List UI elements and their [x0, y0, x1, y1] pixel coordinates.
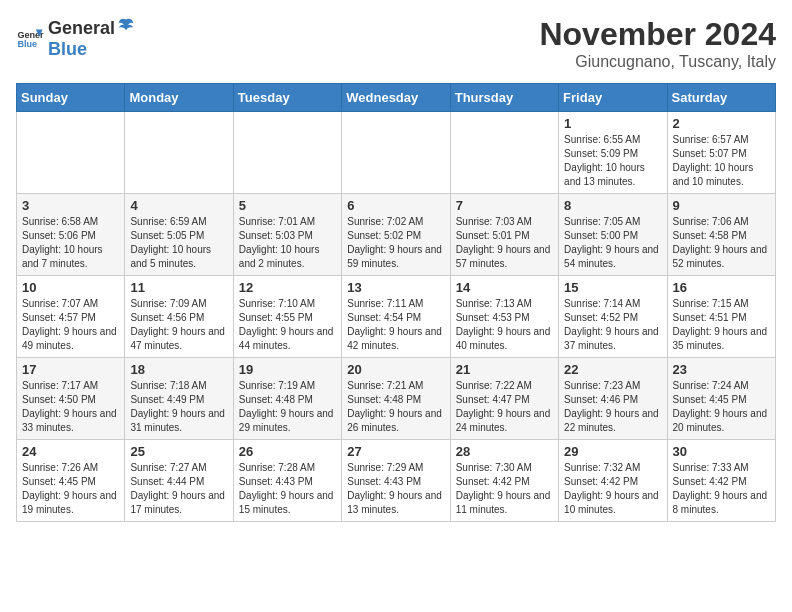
calendar-cell: 29Sunrise: 7:32 AM Sunset: 4:42 PM Dayli… — [559, 440, 667, 522]
calendar-cell: 19Sunrise: 7:19 AM Sunset: 4:48 PM Dayli… — [233, 358, 341, 440]
col-header-wednesday: Wednesday — [342, 84, 450, 112]
calendar-cell: 27Sunrise: 7:29 AM Sunset: 4:43 PM Dayli… — [342, 440, 450, 522]
day-number: 6 — [347, 198, 444, 213]
calendar-cell: 25Sunrise: 7:27 AM Sunset: 4:44 PM Dayli… — [125, 440, 233, 522]
day-number: 1 — [564, 116, 661, 131]
day-number: 20 — [347, 362, 444, 377]
logo-icon: General Blue — [16, 24, 44, 52]
day-number: 18 — [130, 362, 227, 377]
day-info: Sunrise: 7:27 AM Sunset: 4:44 PM Dayligh… — [130, 461, 227, 517]
calendar-cell: 20Sunrise: 7:21 AM Sunset: 4:48 PM Dayli… — [342, 358, 450, 440]
calendar-cell: 1Sunrise: 6:55 AM Sunset: 5:09 PM Daylig… — [559, 112, 667, 194]
day-info: Sunrise: 7:33 AM Sunset: 4:42 PM Dayligh… — [673, 461, 770, 517]
day-number: 10 — [22, 280, 119, 295]
day-info: Sunrise: 6:59 AM Sunset: 5:05 PM Dayligh… — [130, 215, 227, 271]
col-header-saturday: Saturday — [667, 84, 775, 112]
day-info: Sunrise: 7:06 AM Sunset: 4:58 PM Dayligh… — [673, 215, 770, 271]
logo-bird-icon — [117, 16, 135, 34]
day-number: 29 — [564, 444, 661, 459]
day-number: 28 — [456, 444, 553, 459]
calendar-cell: 5Sunrise: 7:01 AM Sunset: 5:03 PM Daylig… — [233, 194, 341, 276]
day-number: 23 — [673, 362, 770, 377]
day-info: Sunrise: 7:11 AM Sunset: 4:54 PM Dayligh… — [347, 297, 444, 353]
calendar-cell — [125, 112, 233, 194]
day-number: 3 — [22, 198, 119, 213]
day-info: Sunrise: 7:05 AM Sunset: 5:00 PM Dayligh… — [564, 215, 661, 271]
calendar-cell: 17Sunrise: 7:17 AM Sunset: 4:50 PM Dayli… — [17, 358, 125, 440]
calendar-week-row: 3Sunrise: 6:58 AM Sunset: 5:06 PM Daylig… — [17, 194, 776, 276]
title-area: November 2024 Giuncugnano, Tuscany, Ital… — [539, 16, 776, 71]
logo-blue: Blue — [48, 39, 137, 60]
day-info: Sunrise: 7:21 AM Sunset: 4:48 PM Dayligh… — [347, 379, 444, 435]
calendar-cell: 23Sunrise: 7:24 AM Sunset: 4:45 PM Dayli… — [667, 358, 775, 440]
calendar-cell: 14Sunrise: 7:13 AM Sunset: 4:53 PM Dayli… — [450, 276, 558, 358]
day-info: Sunrise: 7:28 AM Sunset: 4:43 PM Dayligh… — [239, 461, 336, 517]
calendar-cell — [17, 112, 125, 194]
calendar-header-row: SundayMondayTuesdayWednesdayThursdayFrid… — [17, 84, 776, 112]
day-info: Sunrise: 7:19 AM Sunset: 4:48 PM Dayligh… — [239, 379, 336, 435]
calendar-cell: 12Sunrise: 7:10 AM Sunset: 4:55 PM Dayli… — [233, 276, 341, 358]
day-number: 25 — [130, 444, 227, 459]
day-number: 4 — [130, 198, 227, 213]
day-info: Sunrise: 7:09 AM Sunset: 4:56 PM Dayligh… — [130, 297, 227, 353]
calendar-cell: 8Sunrise: 7:05 AM Sunset: 5:00 PM Daylig… — [559, 194, 667, 276]
calendar-cell: 13Sunrise: 7:11 AM Sunset: 4:54 PM Dayli… — [342, 276, 450, 358]
calendar-cell: 21Sunrise: 7:22 AM Sunset: 4:47 PM Dayli… — [450, 358, 558, 440]
calendar-cell: 7Sunrise: 7:03 AM Sunset: 5:01 PM Daylig… — [450, 194, 558, 276]
calendar-cell: 26Sunrise: 7:28 AM Sunset: 4:43 PM Dayli… — [233, 440, 341, 522]
day-info: Sunrise: 7:10 AM Sunset: 4:55 PM Dayligh… — [239, 297, 336, 353]
col-header-monday: Monday — [125, 84, 233, 112]
calendar-week-row: 24Sunrise: 7:26 AM Sunset: 4:45 PM Dayli… — [17, 440, 776, 522]
day-number: 14 — [456, 280, 553, 295]
day-info: Sunrise: 7:30 AM Sunset: 4:42 PM Dayligh… — [456, 461, 553, 517]
day-info: Sunrise: 7:24 AM Sunset: 4:45 PM Dayligh… — [673, 379, 770, 435]
day-number: 19 — [239, 362, 336, 377]
day-number: 27 — [347, 444, 444, 459]
calendar-week-row: 17Sunrise: 7:17 AM Sunset: 4:50 PM Dayli… — [17, 358, 776, 440]
day-info: Sunrise: 7:13 AM Sunset: 4:53 PM Dayligh… — [456, 297, 553, 353]
col-header-friday: Friday — [559, 84, 667, 112]
header: General Blue General Blue November 2024 … — [16, 16, 776, 71]
calendar-cell: 22Sunrise: 7:23 AM Sunset: 4:46 PM Dayli… — [559, 358, 667, 440]
calendar-cell: 15Sunrise: 7:14 AM Sunset: 4:52 PM Dayli… — [559, 276, 667, 358]
col-header-thursday: Thursday — [450, 84, 558, 112]
day-number: 12 — [239, 280, 336, 295]
location-subtitle: Giuncugnano, Tuscany, Italy — [539, 53, 776, 71]
day-info: Sunrise: 7:03 AM Sunset: 5:01 PM Dayligh… — [456, 215, 553, 271]
day-number: 15 — [564, 280, 661, 295]
calendar-week-row: 10Sunrise: 7:07 AM Sunset: 4:57 PM Dayli… — [17, 276, 776, 358]
calendar-cell: 3Sunrise: 6:58 AM Sunset: 5:06 PM Daylig… — [17, 194, 125, 276]
day-number: 7 — [456, 198, 553, 213]
day-info: Sunrise: 6:55 AM Sunset: 5:09 PM Dayligh… — [564, 133, 661, 189]
day-number: 24 — [22, 444, 119, 459]
day-info: Sunrise: 7:32 AM Sunset: 4:42 PM Dayligh… — [564, 461, 661, 517]
day-info: Sunrise: 7:18 AM Sunset: 4:49 PM Dayligh… — [130, 379, 227, 435]
calendar-cell — [342, 112, 450, 194]
col-header-tuesday: Tuesday — [233, 84, 341, 112]
calendar-cell: 28Sunrise: 7:30 AM Sunset: 4:42 PM Dayli… — [450, 440, 558, 522]
day-number: 16 — [673, 280, 770, 295]
day-number: 2 — [673, 116, 770, 131]
calendar-cell: 18Sunrise: 7:18 AM Sunset: 4:49 PM Dayli… — [125, 358, 233, 440]
day-info: Sunrise: 7:29 AM Sunset: 4:43 PM Dayligh… — [347, 461, 444, 517]
calendar-table: SundayMondayTuesdayWednesdayThursdayFrid… — [16, 83, 776, 522]
calendar-cell: 10Sunrise: 7:07 AM Sunset: 4:57 PM Dayli… — [17, 276, 125, 358]
day-number: 26 — [239, 444, 336, 459]
day-number: 30 — [673, 444, 770, 459]
month-title: November 2024 — [539, 16, 776, 53]
day-info: Sunrise: 6:57 AM Sunset: 5:07 PM Dayligh… — [673, 133, 770, 189]
day-info: Sunrise: 7:14 AM Sunset: 4:52 PM Dayligh… — [564, 297, 661, 353]
calendar-cell — [233, 112, 341, 194]
day-number: 17 — [22, 362, 119, 377]
day-info: Sunrise: 7:02 AM Sunset: 5:02 PM Dayligh… — [347, 215, 444, 271]
calendar-cell: 4Sunrise: 6:59 AM Sunset: 5:05 PM Daylig… — [125, 194, 233, 276]
day-info: Sunrise: 7:26 AM Sunset: 4:45 PM Dayligh… — [22, 461, 119, 517]
day-number: 8 — [564, 198, 661, 213]
day-number: 13 — [347, 280, 444, 295]
day-number: 9 — [673, 198, 770, 213]
day-info: Sunrise: 7:01 AM Sunset: 5:03 PM Dayligh… — [239, 215, 336, 271]
calendar-cell: 11Sunrise: 7:09 AM Sunset: 4:56 PM Dayli… — [125, 276, 233, 358]
logo: General Blue General Blue — [16, 16, 137, 60]
calendar-cell: 9Sunrise: 7:06 AM Sunset: 4:58 PM Daylig… — [667, 194, 775, 276]
svg-text:Blue: Blue — [17, 39, 37, 49]
